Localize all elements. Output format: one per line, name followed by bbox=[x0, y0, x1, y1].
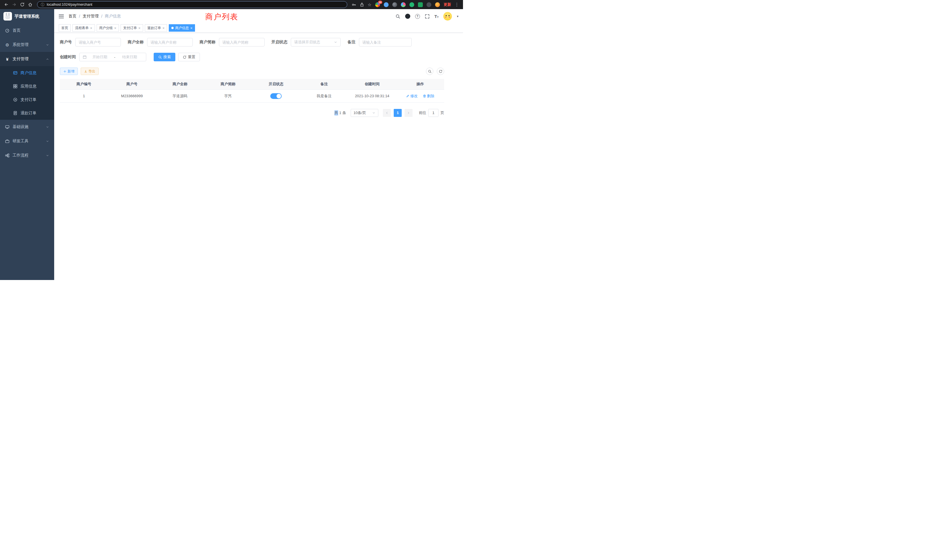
status-select[interactable]: 请选择开启状态 bbox=[291, 38, 341, 47]
search-icon[interactable] bbox=[395, 14, 400, 19]
refresh-icon bbox=[183, 55, 186, 59]
forward-icon bbox=[12, 2, 17, 7]
col-header-short-name: 商户简称 bbox=[204, 79, 252, 89]
next-page-button[interactable] bbox=[404, 109, 413, 117]
search-icon bbox=[158, 55, 162, 59]
fullscreen-icon[interactable] bbox=[425, 14, 430, 19]
filter-create-time: 创建时间 开始日期 - 结束日期 bbox=[60, 53, 146, 61]
help-icon[interactable]: ? bbox=[415, 14, 420, 19]
extension-icon-3[interactable] bbox=[392, 2, 397, 7]
avatar-caret-icon[interactable]: ▾ bbox=[457, 15, 458, 18]
status-toggle[interactable] bbox=[270, 93, 282, 99]
toolbox-icon bbox=[5, 139, 9, 144]
extension-icon-6[interactable] bbox=[418, 2, 423, 7]
forward-button[interactable] bbox=[10, 1, 18, 9]
share-button[interactable] bbox=[360, 1, 364, 9]
merchant-no-input[interactable] bbox=[75, 38, 121, 47]
sidebar-item-infrastructure[interactable]: 基础设施 bbox=[0, 120, 54, 134]
sidebar-item-app-info[interactable]: 应用信息 bbox=[0, 80, 54, 93]
pagination-total: 共 1 条 bbox=[334, 110, 346, 115]
add-button[interactable]: 新增 bbox=[60, 68, 78, 75]
reload-button[interactable] bbox=[18, 1, 26, 9]
sidebar-item-home[interactable]: 首页 bbox=[0, 23, 54, 38]
document-icon bbox=[13, 111, 17, 115]
date-range-picker[interactable]: 开始日期 - 结束日期 bbox=[79, 53, 146, 61]
tab-close-icon[interactable]: × bbox=[90, 26, 92, 30]
col-header-merchant-id: 商户编号 bbox=[60, 79, 108, 89]
tab-close-icon[interactable]: × bbox=[138, 26, 141, 30]
remark-input[interactable] bbox=[359, 38, 412, 47]
delete-button[interactable]: 删除 bbox=[423, 94, 434, 98]
back-button[interactable] bbox=[2, 1, 10, 9]
sidebar-item-payment[interactable]: ¥ 支付管理 bbox=[0, 52, 54, 66]
refresh-icon bbox=[439, 70, 442, 73]
toolbar-right bbox=[426, 68, 444, 75]
current-page-button[interactable]: 1 bbox=[394, 109, 402, 117]
chevron-down-icon bbox=[46, 154, 49, 157]
app-title: 芋道管理系统 bbox=[15, 14, 39, 19]
site-info-icon[interactable]: ⓘ bbox=[41, 3, 44, 6]
tab-close-icon[interactable]: × bbox=[114, 26, 117, 30]
tab-process-form[interactable]: 流程表单 × bbox=[73, 24, 95, 32]
sidebar-item-merchant-info[interactable]: 商户信息 bbox=[0, 66, 54, 80]
browser-chrome: ⓘ localhost:1024/pay/merchant ☆ 10 更新 ⋮ bbox=[0, 0, 463, 9]
refresh-table-button[interactable] bbox=[437, 68, 444, 75]
filter-row-2: 创建时间 开始日期 - 结束日期 搜索 重置 bbox=[60, 53, 444, 61]
tab-close-icon[interactable]: × bbox=[190, 26, 192, 30]
extension-badge: 10 bbox=[378, 1, 382, 4]
prev-page-button[interactable] bbox=[383, 109, 391, 117]
chrome-menu-icon[interactable]: ⋮ bbox=[455, 2, 459, 7]
grid-icon bbox=[13, 84, 17, 88]
goto-page-input[interactable] bbox=[428, 109, 439, 117]
yen-icon: ¥ bbox=[5, 57, 9, 61]
main-panel: 商户列表 首页 / 支付管理 / 商户信息 ? TT ▾ 首页 bbox=[54, 9, 463, 280]
filter-remark: 备注 bbox=[348, 38, 412, 47]
extension-icon-5[interactable] bbox=[409, 2, 414, 7]
extension-icon-2[interactable] bbox=[384, 2, 389, 7]
extension-icon-1[interactable]: 10 bbox=[375, 2, 380, 7]
tab-refund-orders[interactable]: 退款订单 × bbox=[145, 24, 167, 32]
chrome-update-button[interactable]: 更新 bbox=[443, 2, 451, 7]
filter-merchant-no: 商户号 bbox=[60, 38, 121, 47]
full-name-input[interactable] bbox=[147, 38, 193, 47]
bookmark-star-icon[interactable]: ☆ bbox=[368, 3, 371, 7]
col-header-remark: 备注 bbox=[300, 79, 348, 89]
short-name-input[interactable] bbox=[219, 38, 265, 47]
payment-submenu: 商户信息 应用信息 支付订单 退款订单 bbox=[0, 66, 54, 120]
extension-icon-7[interactable] bbox=[427, 2, 431, 7]
font-size-icon[interactable]: TT bbox=[434, 14, 439, 19]
sidebar-item-refund-orders[interactable]: 退款订单 bbox=[0, 106, 54, 120]
cell-merchant-no: M233666999 bbox=[108, 89, 156, 102]
col-header-status: 开启状态 bbox=[252, 79, 300, 89]
filter-label: 商户全称 bbox=[128, 39, 144, 45]
edit-button[interactable]: 修改 bbox=[406, 94, 418, 98]
tab-merchant-info[interactable]: 商户信息 × bbox=[169, 24, 195, 32]
reset-button[interactable]: 重置 bbox=[178, 53, 200, 61]
profile-avatar-icon[interactable] bbox=[435, 2, 440, 7]
sidebar-item-dev-tools[interactable]: 研发工具 bbox=[0, 134, 54, 148]
toggle-search-button[interactable] bbox=[426, 68, 433, 75]
home-button[interactable] bbox=[26, 1, 34, 9]
breadcrumb-item-home[interactable]: 首页 bbox=[68, 14, 76, 19]
tab-home[interactable]: 首页 bbox=[59, 24, 71, 32]
search-button[interactable]: 搜索 bbox=[154, 53, 176, 61]
user-avatar[interactable] bbox=[443, 12, 452, 21]
password-key-icon[interactable] bbox=[352, 1, 356, 9]
address-bar[interactable]: ⓘ localhost:1024/pay/merchant bbox=[37, 1, 347, 8]
extension-icon-4[interactable] bbox=[401, 2, 406, 7]
breadcrumb-separator: / bbox=[79, 14, 80, 18]
sidebar-toggle-icon[interactable] bbox=[59, 15, 64, 18]
tab-close-icon[interactable]: × bbox=[162, 26, 165, 30]
page-size-select[interactable]: 10条/页 bbox=[351, 109, 378, 117]
logo[interactable]: 芋道管理系统 bbox=[0, 9, 54, 23]
github-icon[interactable] bbox=[405, 14, 410, 19]
sidebar-item-workflow[interactable]: 工作流程 bbox=[0, 148, 54, 162]
breadcrumb-item-payment[interactable]: 支付管理 bbox=[83, 14, 98, 19]
export-button[interactable]: 导出 bbox=[81, 68, 98, 75]
cell-short-name: 芋艿 bbox=[204, 89, 252, 102]
tab-user-group[interactable]: 用户分组 × bbox=[97, 24, 119, 32]
tab-payment-orders[interactable]: 支付订单 × bbox=[121, 24, 143, 32]
col-header-merchant-no: 商户号 bbox=[108, 79, 156, 89]
sidebar-item-system[interactable]: ⚙ 系统管理 bbox=[0, 38, 54, 52]
sidebar-item-payment-orders[interactable]: 支付订单 bbox=[0, 93, 54, 106]
